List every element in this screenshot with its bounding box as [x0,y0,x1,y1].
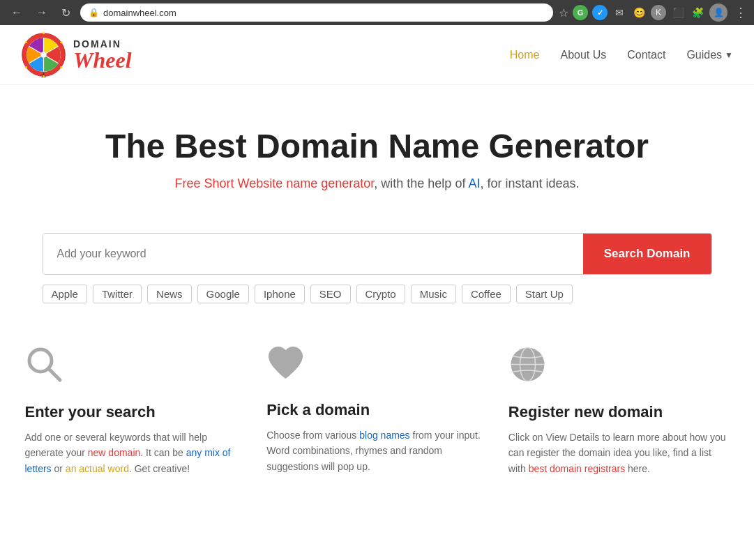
back-button[interactable]: ← [7,3,27,22]
g-icon: G [573,5,588,20]
svg-point-15 [25,41,27,43]
hero-title: The Best Domain Name Generator [14,127,740,165]
emoji-icon: 😊 [631,5,647,20]
hero-subtitle: Free Short Website name generator, with … [14,176,740,191]
browser-actions: ☆ G ✓ ✉ 😊 K ⬛ 🧩 👤 ⋮ [559,3,747,22]
search-section: Search Domain AppleTwitterNewsGoogleIpho… [29,233,726,303]
b-icon: ✓ [592,5,608,20]
svg-point-11 [60,41,62,43]
user-avatar[interactable]: 👤 [709,3,727,22]
feature-card-globe: Register new domain Click on View Detail… [508,345,730,476]
keyword-tag[interactable]: Twitter [93,285,142,303]
svg-line-17 [49,369,60,380]
subtitle-end: , for instant ideas. [480,176,579,190]
keyword-tags: AppleTwitterNewsGoogleIphoneSEOCryptoMus… [43,285,712,303]
svg-point-10 [43,32,45,34]
refresh-button[interactable]: ↻ [57,3,75,22]
url-text: domainwheel.com [103,8,545,18]
features-section: Enter your search Add one or several key… [11,345,744,476]
search-domain-button[interactable]: Search Domain [583,234,711,274]
hero-section: The Best Domain Name Generator Free Shor… [0,85,754,212]
feature-globe-desc: Click on View Details to learn more abou… [508,430,730,476]
search-input[interactable] [43,234,583,274]
svg-point-13 [43,75,45,77]
nav-home[interactable]: Home [510,49,540,61]
browser-chrome: ← → ↻ 🔒 domainwheel.com ☆ G ✓ ✉ 😊 K ⬛ 🧩 … [0,0,754,25]
feature-card-heart: Pick a domain Choose from various blog n… [266,345,488,476]
keyword-tag[interactable]: Apple [43,285,87,303]
keyword-tag[interactable]: Start Up [516,285,573,303]
keyword-tag[interactable]: News [147,285,192,303]
heart-icon [266,345,488,390]
feature-search-title: Enter your search [25,403,246,421]
keyword-tag[interactable]: Iphone [255,285,305,303]
svg-point-8 [40,52,46,57]
subtitle-ai: AI [468,176,480,190]
feature-heart-desc: Choose from various blog names from your… [266,427,488,474]
ext-icon: ⬛ [670,5,686,20]
search-icon [25,345,246,392]
feature-heart-title: Pick a domain [266,401,488,419]
logo-wheel-text: Wheel [73,49,132,71]
globe-icon [508,345,730,392]
svg-point-14 [25,66,27,68]
star-icon[interactable]: ☆ [559,6,568,20]
keyword-tag[interactable]: SEO [310,285,351,303]
feature-search-desc: Add one or several keywords that will he… [25,430,246,476]
browser-menu-button[interactable]: ⋮ [734,5,747,20]
guides-dropdown-arrow: ▼ [725,50,733,60]
logo[interactable]: DOMAIN Wheel [21,32,132,77]
address-bar[interactable]: 🔒 domainwheel.com [80,3,553,22]
k-icon: K [651,5,666,20]
search-bar: Search Domain [43,233,712,275]
logo-wheel-icon [21,32,66,77]
keyword-tag[interactable]: Crypto [356,285,405,303]
forward-button[interactable]: → [32,3,52,22]
site-nav: Home About Us Contact Guides ▼ [510,49,733,61]
site-header: DOMAIN Wheel Home About Us Contact Guide… [0,25,754,85]
keyword-tag[interactable]: Google [197,285,249,303]
logo-text: DOMAIN Wheel [73,39,132,71]
nav-guides[interactable]: Guides ▼ [686,49,733,61]
subtitle-mid1: , with the help of [374,176,468,190]
nav-contact[interactable]: Contact [627,49,665,61]
keyword-tag[interactable]: Music [411,285,456,303]
feature-card-search: Enter your search Add one or several key… [25,345,246,476]
subtitle-start: Free Short Website name generator [174,176,374,190]
lock-icon: 🔒 [89,8,99,17]
keyword-tag[interactable]: Coffee [462,285,511,303]
feature-globe-title: Register new domain [508,403,730,421]
nav-about[interactable]: About Us [560,49,606,61]
puzzle-icon: 🧩 [690,5,705,20]
mail-icon: ✉ [612,5,627,20]
svg-point-12 [60,66,62,68]
